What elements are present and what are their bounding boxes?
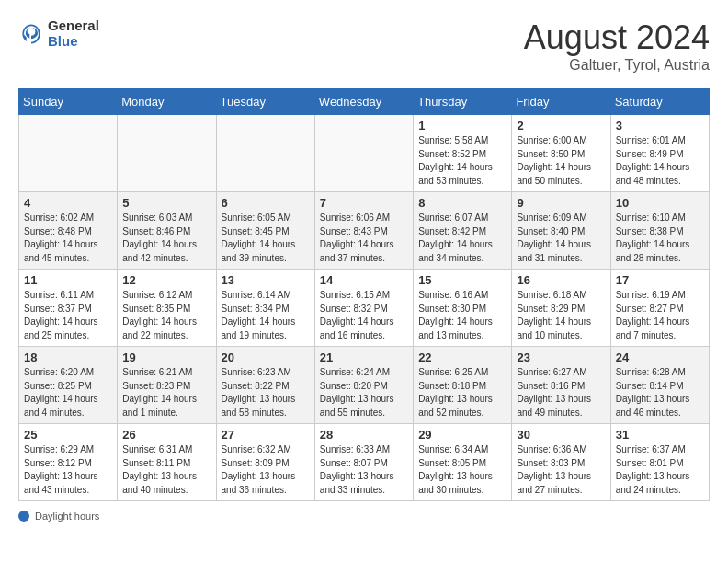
day-number: 21 [320, 350, 408, 364]
day-info: Sunrise: 6:33 AMSunset: 8:07 PMDaylight:… [320, 443, 408, 497]
calendar-day: 26Sunrise: 6:31 AMSunset: 8:11 PMDayligh… [118, 424, 216, 501]
day-number: 19 [122, 350, 210, 364]
calendar-week-row: 18Sunrise: 6:20 AMSunset: 8:25 PMDayligh… [19, 347, 710, 424]
calendar-day: 19Sunrise: 6:21 AMSunset: 8:23 PMDayligh… [118, 347, 216, 424]
day-number: 31 [616, 428, 704, 442]
calendar-day: 11Sunrise: 6:11 AMSunset: 8:37 PMDayligh… [19, 270, 118, 347]
calendar-day: 24Sunrise: 6:28 AMSunset: 8:14 PMDayligh… [610, 347, 709, 424]
day-info: Sunrise: 6:10 AMSunset: 8:38 PMDaylight:… [616, 212, 704, 265]
day-number: 26 [122, 428, 210, 442]
weekday-header-thursday: Thursday [414, 89, 512, 115]
day-info: Sunrise: 6:27 AMSunset: 8:16 PMDaylight:… [517, 366, 605, 419]
day-number: 4 [24, 196, 112, 210]
weekday-header-tuesday: Tuesday [216, 89, 314, 115]
day-number: 11 [24, 273, 112, 287]
day-info: Sunrise: 6:18 AMSunset: 8:29 PMDaylight:… [517, 289, 605, 342]
calendar-day: 29Sunrise: 6:34 AMSunset: 8:05 PMDayligh… [414, 424, 512, 501]
day-info: Sunrise: 6:21 AMSunset: 8:23 PMDaylight:… [122, 366, 210, 419]
empty-cell [19, 115, 118, 192]
day-info: Sunrise: 6:32 AMSunset: 8:09 PMDaylight:… [222, 443, 310, 497]
day-number: 13 [222, 273, 310, 287]
day-number: 20 [222, 350, 310, 364]
day-number: 30 [517, 428, 605, 442]
day-number: 25 [24, 428, 112, 442]
day-info: Sunrise: 6:29 AMSunset: 8:12 PMDaylight:… [24, 443, 112, 497]
day-info: Sunrise: 6:37 AMSunset: 8:01 PMDaylight:… [616, 443, 704, 497]
title-block: August 2024 Galtuer, Tyrol, Austria [524, 18, 710, 74]
day-info: Sunrise: 6:14 AMSunset: 8:34 PMDaylight:… [222, 289, 310, 342]
day-number: 29 [418, 428, 506, 442]
day-number: 16 [517, 273, 605, 287]
day-number: 24 [616, 350, 704, 364]
day-info: Sunrise: 6:19 AMSunset: 8:27 PMDaylight:… [616, 289, 704, 342]
day-info: Sunrise: 6:03 AMSunset: 8:46 PMDaylight:… [122, 212, 210, 265]
day-info: Sunrise: 6:11 AMSunset: 8:37 PMDaylight:… [24, 289, 112, 342]
day-info: Sunrise: 6:15 AMSunset: 8:32 PMDaylight:… [320, 289, 408, 342]
calendar-day: 25Sunrise: 6:29 AMSunset: 8:12 PMDayligh… [19, 424, 118, 501]
calendar-table: SundayMondayTuesdayWednesdayThursdayFrid… [18, 88, 710, 501]
calendar-day: 14Sunrise: 6:15 AMSunset: 8:32 PMDayligh… [314, 270, 413, 347]
calendar-day: 30Sunrise: 6:36 AMSunset: 8:03 PMDayligh… [512, 424, 610, 501]
calendar-day: 22Sunrise: 6:25 AMSunset: 8:18 PMDayligh… [414, 347, 512, 424]
logo-general: General [48, 17, 99, 33]
day-number: 3 [616, 119, 704, 132]
calendar-day: 13Sunrise: 6:14 AMSunset: 8:34 PMDayligh… [216, 270, 314, 347]
weekday-header-wednesday: Wednesday [314, 89, 413, 115]
calendar-day: 15Sunrise: 6:16 AMSunset: 8:30 PMDayligh… [414, 270, 512, 347]
calendar-day: 12Sunrise: 6:12 AMSunset: 8:35 PMDayligh… [118, 270, 216, 347]
empty-cell [118, 115, 216, 192]
page-header: General Blue August 2024 Galtuer, Tyrol,… [18, 18, 710, 74]
day-number: 23 [517, 350, 605, 364]
logo: General Blue [18, 18, 99, 49]
empty-cell [216, 115, 314, 192]
calendar-day: 31Sunrise: 6:37 AMSunset: 8:01 PMDayligh… [610, 424, 709, 501]
calendar-day: 9Sunrise: 6:09 AMSunset: 8:40 PMDaylight… [512, 192, 610, 270]
day-number: 14 [320, 273, 408, 287]
day-number: 12 [122, 273, 210, 287]
weekday-header-row: SundayMondayTuesdayWednesdayThursdayFrid… [19, 89, 710, 115]
day-info: Sunrise: 6:24 AMSunset: 8:20 PMDaylight:… [320, 366, 408, 419]
day-number: 1 [418, 119, 506, 132]
calendar-week-row: 4Sunrise: 6:02 AMSunset: 8:48 PMDaylight… [19, 192, 710, 270]
calendar-day: 28Sunrise: 6:33 AMSunset: 8:07 PMDayligh… [314, 424, 413, 501]
day-info: Sunrise: 6:16 AMSunset: 8:30 PMDaylight:… [418, 289, 506, 342]
calendar-day: 21Sunrise: 6:24 AMSunset: 8:20 PMDayligh… [314, 347, 413, 424]
calendar-day: 8Sunrise: 6:07 AMSunset: 8:42 PMDaylight… [414, 192, 512, 270]
day-number: 2 [517, 119, 605, 132]
calendar-day: 18Sunrise: 6:20 AMSunset: 8:25 PMDayligh… [19, 347, 118, 424]
day-number: 8 [418, 196, 506, 210]
logo-icon [18, 21, 44, 47]
day-info: Sunrise: 6:36 AMSunset: 8:03 PMDaylight:… [517, 443, 605, 497]
weekday-header-friday: Friday [512, 89, 610, 115]
weekday-header-sunday: Sunday [19, 89, 118, 115]
day-number: 5 [122, 196, 210, 210]
day-number: 6 [222, 196, 310, 210]
calendar-day: 20Sunrise: 6:23 AMSunset: 8:22 PMDayligh… [216, 347, 314, 424]
calendar-week-row: 1Sunrise: 5:58 AMSunset: 8:52 PMDaylight… [19, 115, 710, 192]
day-info: Sunrise: 6:20 AMSunset: 8:25 PMDaylight:… [24, 366, 112, 419]
day-info: Sunrise: 6:12 AMSunset: 8:35 PMDaylight:… [122, 289, 210, 342]
day-info: Sunrise: 5:58 AMSunset: 8:52 PMDaylight:… [418, 134, 506, 188]
calendar-day: 27Sunrise: 6:32 AMSunset: 8:09 PMDayligh… [216, 424, 314, 501]
weekday-header-monday: Monday [118, 89, 216, 115]
legend-icon [18, 511, 29, 522]
empty-cell [314, 115, 413, 192]
day-info: Sunrise: 6:01 AMSunset: 8:49 PMDaylight:… [616, 134, 704, 188]
day-info: Sunrise: 6:00 AMSunset: 8:50 PMDaylight:… [517, 134, 605, 188]
calendar-day: 17Sunrise: 6:19 AMSunset: 8:27 PMDayligh… [610, 270, 709, 347]
calendar-day: 7Sunrise: 6:06 AMSunset: 8:43 PMDaylight… [314, 192, 413, 270]
day-info: Sunrise: 6:28 AMSunset: 8:14 PMDaylight:… [616, 366, 704, 419]
calendar-day: 16Sunrise: 6:18 AMSunset: 8:29 PMDayligh… [512, 270, 610, 347]
day-info: Sunrise: 6:06 AMSunset: 8:43 PMDaylight:… [320, 212, 408, 265]
month-title: August 2024 [524, 18, 710, 57]
day-info: Sunrise: 6:09 AMSunset: 8:40 PMDaylight:… [517, 212, 605, 265]
day-number: 17 [616, 273, 704, 287]
weekday-header-saturday: Saturday [610, 89, 709, 115]
day-number: 22 [418, 350, 506, 364]
calendar-day: 23Sunrise: 6:27 AMSunset: 8:16 PMDayligh… [512, 347, 610, 424]
day-info: Sunrise: 6:34 AMSunset: 8:05 PMDaylight:… [418, 443, 506, 497]
day-number: 18 [24, 350, 112, 364]
logo-blue: Blue [48, 33, 78, 49]
day-info: Sunrise: 6:05 AMSunset: 8:45 PMDaylight:… [222, 212, 310, 265]
day-info: Sunrise: 6:02 AMSunset: 8:48 PMDaylight:… [24, 212, 112, 265]
